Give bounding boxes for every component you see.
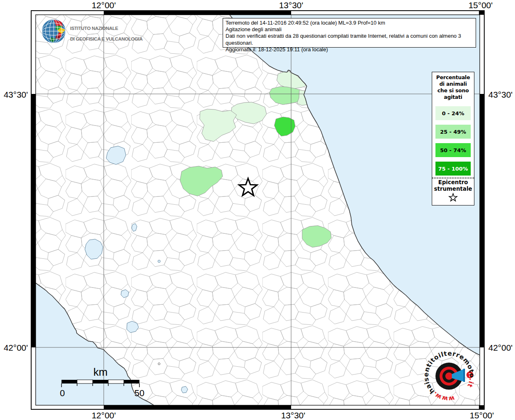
earthquake-map-page: 12°00' 13°30' 15°00' 12°00' 13°30' 15°00… [0,0,515,420]
legend: Percentuale di animali che si sono agita… [432,72,474,205]
ingv-globe-icon [41,18,66,44]
legend-star-icon [432,192,474,204]
legend-divider [432,178,474,178]
small-island [158,363,160,365]
haisentitoilterremoto-logo[interactable]: ? www.haisentitoilterremoto.it [418,345,480,407]
ingv-logo[interactable]: ISTITUTO NAZIONALE DI GEOFISICA E VULCAN… [41,18,143,44]
legend-epicenter-label: Epicentro strumentale [432,179,474,192]
scale-bar-start: 0 [60,388,65,398]
legend-swatch-75-100: 75 - 100% [435,162,471,176]
ingv-name: ISTITUTO NAZIONALE DI GEOFISICA E VULCAN… [70,21,143,42]
ingv-name-line2: DI GEOFISICA E VULCANOLOGIA [70,37,143,41]
megaphone-rim [463,369,465,382]
earthquake-info-box: Terremoto del 14-11-2016 20:49:52 (ora l… [223,18,476,48]
lake-piediluco [158,260,160,262]
legend-swatch-25-49: 25 - 49% [435,125,471,139]
info-line-subject: Agitazione degli animali [226,26,473,33]
site-url-www: www. [431,390,455,403]
legend-swatch-0-24: 0 - 24% [435,106,471,120]
site-url-tld: .it [466,378,476,389]
ingv-name-line1: ISTITUTO NAZIONALE [70,26,118,31]
bullseye-center [445,372,453,380]
scale-bar-end: 50 [134,388,144,398]
info-line-event: Terremoto del 14-11-2016 20:49:52 (ora l… [226,20,473,26]
info-line-updated: Aggiornato il: 18-12-2025 19:11 (ora loc… [226,46,473,53]
legend-swatch-50-74: 50 - 74% [435,143,471,157]
legend-title: Percentuale di animali che si sono agita… [432,74,474,100]
scale-bar-unit: km [93,366,108,378]
info-line-source: Dati non verificati estratti da 28 quest… [226,33,473,46]
